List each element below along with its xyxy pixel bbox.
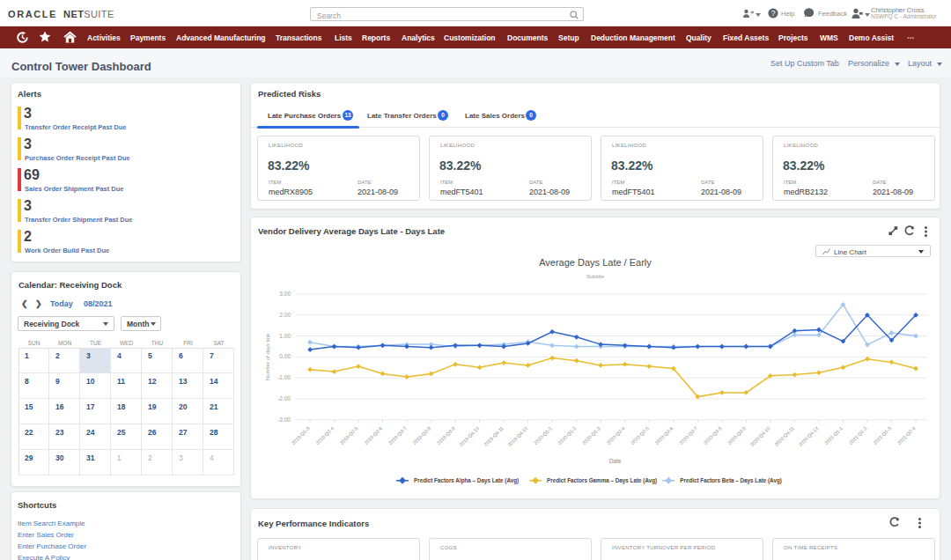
svg-text:2019-Q3-8: 2019-Q3-8 bbox=[411, 425, 431, 446]
svg-text:2019-Q4-11: 2019-Q4-11 bbox=[483, 425, 505, 447]
svg-text:2020-Q1-1: 2020-Q1-1 bbox=[533, 425, 553, 446]
svg-text:-1.00: -1.00 bbox=[277, 374, 291, 380]
svg-text:3.00: 3.00 bbox=[279, 291, 291, 297]
svg-text:2019-Q4-10: 2019-Q4-10 bbox=[458, 425, 480, 447]
svg-text:2020-Q4-11: 2020-Q4-11 bbox=[773, 425, 795, 447]
svg-text:2020-Q4-10: 2020-Q4-10 bbox=[749, 425, 771, 447]
svg-text:2020-Q3-9: 2020-Q3-9 bbox=[726, 425, 747, 446]
svg-text:2019-Q3-7: 2019-Q3-7 bbox=[387, 425, 408, 446]
svg-text:Date: Date bbox=[609, 458, 622, 464]
svg-text:2019-Q2-5: 2019-Q2-5 bbox=[339, 425, 359, 446]
svg-text:2020-Q3-8: 2020-Q3-8 bbox=[703, 425, 723, 446]
svg-text:2020-Q1-2: 2020-Q1-2 bbox=[557, 425, 578, 446]
svg-text:2020-Q3-7: 2020-Q3-7 bbox=[678, 425, 698, 446]
svg-text:?: ? bbox=[771, 9, 776, 18]
svg-text:-3.00: -3.00 bbox=[277, 416, 291, 423]
svg-text:2.00: 2.00 bbox=[279, 312, 291, 318]
svg-text:2019-Q2-6: 2019-Q2-6 bbox=[363, 425, 383, 446]
svg-text:Predict Factors Alpha – Days L: Predict Factors Alpha – Days Late (Avg) bbox=[414, 477, 519, 484]
svg-text:2019-Q3-9: 2019-Q3-9 bbox=[436, 425, 456, 446]
svg-text:2019-Q4-12: 2019-Q4-12 bbox=[506, 425, 528, 447]
svg-text:Predict Factors Gamma – Days L: Predict Factors Gamma – Days Late (Avg) bbox=[547, 477, 657, 484]
svg-text:1.00: 1.00 bbox=[279, 333, 291, 339]
svg-text:2020-Q4-12: 2020-Q4-12 bbox=[798, 425, 820, 447]
svg-text:2021-Q1-2: 2021-Q1-2 bbox=[848, 425, 868, 446]
svg-text:0.00: 0.00 bbox=[279, 353, 291, 359]
svg-text:2021-Q1-3: 2021-Q1-3 bbox=[872, 425, 892, 446]
svg-text:2020-Q2-4: 2020-Q2-4 bbox=[606, 425, 626, 446]
svg-text:2020-Q2-6: 2020-Q2-6 bbox=[654, 425, 675, 446]
svg-text:2021-Q1-1: 2021-Q1-1 bbox=[823, 425, 844, 446]
svg-text:2020-Q1-3: 2020-Q1-3 bbox=[581, 425, 601, 446]
svg-text:2019-Q2-4: 2019-Q2-4 bbox=[314, 425, 335, 446]
svg-text:2020-Q2-5: 2020-Q2-5 bbox=[630, 425, 650, 446]
svg-text:-2.00: -2.00 bbox=[277, 395, 291, 402]
svg-text:2021-Q2-4: 2021-Q2-4 bbox=[896, 425, 917, 446]
svg-text:Predict Factors Beta – Days La: Predict Factors Beta – Days Late (Avg) bbox=[680, 477, 782, 484]
svg-text:Number of days late: Number of days late bbox=[265, 333, 270, 380]
svg-text:2019-Q1-3: 2019-Q1-3 bbox=[291, 425, 311, 446]
